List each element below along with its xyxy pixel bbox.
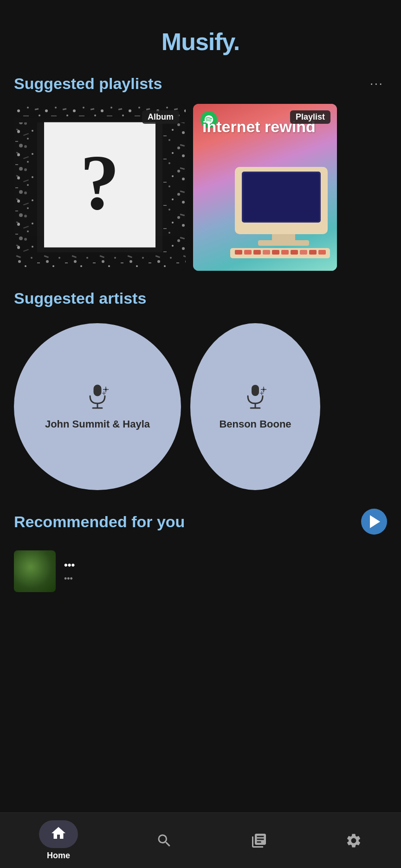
svg-rect-36 — [272, 234, 295, 241]
svg-rect-2 — [162, 104, 186, 271]
svg-rect-35 — [243, 173, 319, 221]
recommended-item-1[interactable]: ••• ••• — [14, 546, 387, 597]
artist-name-1: John Summit & Hayla — [36, 418, 159, 430]
svg-point-65 — [263, 389, 265, 391]
playlists-scroll: ? Album internet rewind — [14, 104, 387, 275]
album-question-mark: ? — [80, 143, 120, 222]
internet-rewind-card[interactable]: internet rewind — [193, 104, 337, 271]
suggested-artists-section: Suggested artists — [0, 280, 401, 499]
svg-rect-49 — [94, 385, 101, 396]
artist-name-2: Benson Boone — [210, 418, 300, 430]
settings-icon — [345, 832, 362, 849]
artist-card-1[interactable]: John Summit & Hayla — [14, 323, 181, 490]
svg-rect-41 — [253, 250, 261, 255]
mic-icon-artist1 — [84, 383, 111, 411]
svg-point-52 — [105, 389, 107, 391]
internet-rewind-inner: internet rewind — [193, 104, 337, 271]
nav-item-settings[interactable] — [336, 829, 371, 853]
nav-item-search[interactable] — [147, 829, 182, 853]
recommended-section: Recommended for you ••• ••• — [0, 499, 401, 601]
suggested-artists-title: Suggested artists — [14, 289, 146, 307]
suggested-playlists-section: Suggested playlists ··· — [0, 65, 401, 280]
playlist-badge: Playlist — [290, 110, 330, 124]
home-label: Home — [47, 851, 70, 861]
nav-item-home[interactable]: Home — [30, 817, 87, 864]
artists-scroll: John Summit & Hayla — [14, 319, 387, 495]
bottom-nav: Home — [0, 812, 401, 868]
svg-rect-39 — [235, 250, 242, 255]
svg-rect-47 — [309, 250, 317, 255]
svg-rect-4 — [14, 252, 186, 271]
svg-rect-48 — [318, 250, 326, 255]
svg-rect-45 — [291, 250, 298, 255]
more-playlists-button[interactable]: ··· — [366, 74, 387, 93]
rec-thumb-inner — [14, 550, 56, 592]
svg-rect-40 — [244, 250, 252, 255]
album-white-center: ? — [44, 122, 155, 248]
svg-rect-46 — [300, 250, 307, 255]
app-title: Musify. — [14, 28, 387, 56]
nav-item-library[interactable] — [241, 829, 277, 853]
rec-info-1: ••• ••• — [64, 559, 75, 584]
svg-rect-37 — [258, 240, 309, 246]
svg-point-57 — [103, 393, 105, 394]
recommended-title: Recommended for you — [14, 513, 185, 531]
album-art-inner: ? — [14, 104, 186, 271]
recommended-header: Recommended for you — [14, 509, 387, 535]
album-badge: Album — [142, 110, 179, 124]
svg-point-70 — [261, 393, 263, 394]
rec-item-subtitle: ••• — [64, 574, 75, 584]
rec-thumbnail-1 — [14, 550, 56, 592]
artist-card-2[interactable]: Benson Boone — [190, 323, 320, 490]
section-header-artists: Suggested artists — [14, 289, 387, 307]
play-all-button[interactable] — [361, 509, 387, 535]
svg-rect-44 — [281, 250, 289, 255]
mic-icon-artist2 — [241, 383, 269, 411]
header: Musify. — [0, 0, 401, 65]
suggested-playlists-title: Suggested playlists — [14, 75, 162, 93]
home-icon-wrap — [39, 820, 78, 848]
svg-rect-1 — [14, 104, 37, 271]
rec-item-title: ••• — [64, 559, 75, 571]
svg-rect-43 — [272, 250, 279, 255]
app-container: Musify. Suggested playlists ··· — [0, 0, 401, 868]
retro-computer-illustration — [226, 158, 337, 262]
svg-rect-62 — [252, 385, 259, 396]
section-header-playlists: Suggested playlists ··· — [14, 74, 387, 93]
computer-svg — [226, 158, 337, 260]
home-icon — [50, 825, 67, 842]
search-icon — [156, 832, 173, 849]
library-icon — [251, 832, 267, 849]
album-card[interactable]: ? Album — [14, 104, 186, 271]
svg-rect-42 — [263, 250, 270, 255]
play-triangle-icon — [370, 515, 380, 528]
